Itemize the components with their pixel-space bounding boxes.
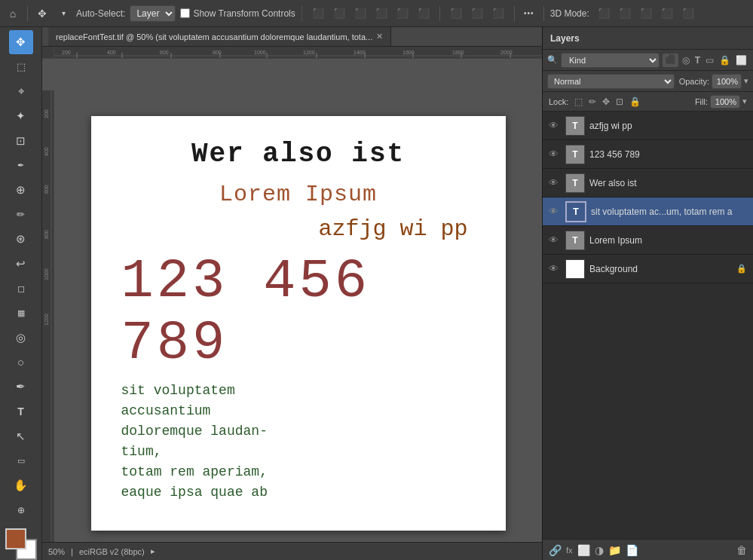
foreground-color-swatch[interactable]: [5, 528, 26, 549]
filter-pixel-icon[interactable]: ⬛: [663, 54, 678, 67]
clone-stamp-tool[interactable]: ⊛: [9, 227, 33, 251]
eraser-tool[interactable]: ◻: [9, 277, 33, 301]
sep4: [514, 6, 515, 21]
layer-kind-dropdown[interactable]: Kind Name Effect Mode Attribute Color: [561, 53, 660, 68]
layer-eye-sit[interactable]: 👁: [549, 206, 561, 217]
text-tool[interactable]: T: [9, 399, 33, 424]
layer-item-azfjg[interactable]: 👁 T azfjg wi pp: [543, 112, 753, 140]
layer-name-azfjg: azfjg wi pp: [589, 121, 747, 131]
3d-btn3[interactable]: ⬛: [636, 6, 656, 20]
color-profile: eciRGB v2 (8bpc): [79, 547, 145, 556]
lock-image-icon[interactable]: ✏: [589, 96, 596, 107]
lock-label: Lock:: [549, 97, 568, 106]
move-tool-icon[interactable]: ✥: [34, 5, 51, 22]
eyedropper-tool[interactable]: ✒: [9, 153, 33, 177]
adjustment-layer-btn[interactable]: ◑: [595, 544, 604, 556]
lock-all-icon[interactable]: 🔒: [629, 96, 641, 107]
filter-toggle[interactable]: ⬜: [734, 54, 748, 67]
layers-title-text: Layers: [550, 33, 580, 44]
magic-wand-tool[interactable]: ✦: [9, 104, 33, 128]
crop-tool[interactable]: ⊡: [9, 129, 33, 153]
layer-thumb-background: [565, 259, 585, 279]
align-bottom[interactable]: ⬛: [414, 6, 433, 20]
doc-tab-close[interactable]: ✕: [376, 32, 383, 41]
align-top[interactable]: ⬛: [372, 6, 391, 20]
history-brush-tool[interactable]: ↩: [9, 252, 33, 276]
layer-item-123[interactable]: 👁 T 123 456 789: [543, 140, 753, 169]
filter-smart-icon[interactable]: 🔒: [718, 54, 732, 67]
doc-tab-bar: replaceFontTest.tif @ 50% (sit voluptate…: [42, 27, 542, 47]
doc-tab-title: replaceFontTest.tif @ 50% (sit voluptate…: [56, 32, 372, 41]
blur-tool[interactable]: ◎: [9, 326, 33, 350]
layer-eye-wer[interactable]: 👁: [549, 177, 561, 188]
delete-layer-btn[interactable]: 🗑: [736, 544, 747, 556]
layer-item-wer[interactable]: 👁 T Wer also ist: [543, 169, 753, 197]
layer-eye-123[interactable]: 👁: [549, 148, 561, 160]
filter-shape-icon[interactable]: ▭: [704, 54, 715, 67]
show-transform-group: Show Transform Controls: [180, 8, 295, 19]
canvas-with-vruler: 200 400 600 800 1000 1200 Wer also ist L…: [42, 78, 542, 542]
fill-input[interactable]: [710, 95, 740, 109]
fx-btn[interactable]: fx: [566, 546, 573, 555]
svg-text:200: 200: [44, 109, 49, 118]
group-btn[interactable]: 📁: [608, 544, 621, 556]
main-layout: ✥ ⬚ ⌖ ✦ ⊡ ✒ ⊕ ✏ ⊛ ↩ ◻ ▦ ◎ ○ ✒ T ↖ ▭ ✋ ⊕ …: [0, 27, 753, 560]
show-transform-checkbox[interactable]: [180, 8, 190, 18]
canvas-area: replaceFontTest.tif @ 50% (sit voluptate…: [42, 27, 542, 560]
layer-name-lorem: Lorem Ipsum: [589, 235, 747, 246]
filter-adj-icon[interactable]: ◎: [681, 54, 691, 67]
align-middle[interactable]: ⬛: [393, 6, 412, 20]
profile-arrow[interactable]: ▸: [151, 546, 155, 556]
more-options-icon[interactable]: •••: [521, 5, 537, 22]
opacity-arrow[interactable]: ▾: [744, 76, 748, 86]
dodge-tool[interactable]: ○: [9, 350, 33, 375]
select-rect-tool[interactable]: ⬚: [9, 55, 33, 79]
zoom-tool[interactable]: ⊕: [9, 498, 33, 522]
svg-text:1800: 1800: [452, 50, 464, 55]
layer-eye-lorem[interactable]: 👁: [549, 234, 561, 246]
pen-tool[interactable]: ✒: [9, 375, 33, 399]
dist-h[interactable]: ⬛: [446, 6, 466, 20]
3d-btn2[interactable]: ⬛: [615, 6, 635, 20]
search-icon: 🔍: [547, 55, 558, 65]
shape-tool[interactable]: ▭: [9, 448, 33, 473]
home-icon[interactable]: ⌂: [5, 5, 21, 22]
gradient-tool[interactable]: ▦: [9, 301, 33, 325]
new-layer-btn[interactable]: 📄: [626, 544, 638, 556]
3d-btn5[interactable]: ⬛: [678, 6, 698, 20]
layer-eye-azfjg[interactable]: 👁: [549, 120, 561, 131]
document-tab[interactable]: replaceFontTest.tif @ 50% (sit voluptate…: [48, 27, 391, 46]
lasso-tool[interactable]: ⌖: [9, 79, 33, 103]
canvas-scroll[interactable]: Wer also ist Lorem Ipsum azfjg wi pp 123…: [54, 78, 542, 542]
brush-tool[interactable]: ✏: [9, 203, 33, 227]
lock-artboard-icon[interactable]: ⊡: [616, 96, 623, 107]
layers-list: 👁 T azfjg wi pp 👁 T 123 456 789 👁 T: [543, 112, 753, 539]
layer-item-lorem[interactable]: 👁 T Lorem Ipsum: [543, 226, 753, 255]
move-tool[interactable]: ✥: [9, 30, 33, 54]
fill-arrow[interactable]: ▾: [742, 96, 747, 106]
hand-tool[interactable]: ✋: [9, 473, 33, 497]
path-select-tool[interactable]: ↖: [9, 424, 33, 448]
layer-eye-background[interactable]: 👁: [549, 263, 561, 274]
3d-btn1[interactable]: ⬛: [594, 6, 614, 20]
dist-v[interactable]: ⬛: [467, 6, 487, 20]
text-azfjg-wi-pp: azfjg wi pp: [121, 216, 476, 242]
ruler-h-svg: 200 400 600 800 1000 1200 1400 1600 1800…: [54, 47, 542, 59]
add-mask-btn[interactable]: ⬜: [577, 544, 590, 556]
lock-transparent-icon[interactable]: ⬚: [574, 96, 583, 107]
align-center[interactable]: ⬛: [329, 6, 349, 20]
align-left[interactable]: ⬛: [308, 6, 328, 20]
opacity-input[interactable]: [712, 74, 742, 89]
link-layers-btn[interactable]: 🔗: [549, 544, 562, 556]
spot-heal-tool[interactable]: ⊕: [9, 178, 33, 202]
3d-btn4[interactable]: ⬛: [657, 6, 677, 20]
align-right[interactable]: ⬛: [350, 6, 370, 20]
auto-select-arrow[interactable]: ▾: [55, 5, 72, 22]
layer-dropdown[interactable]: Layer: [130, 5, 176, 22]
lock-position-icon[interactable]: ✥: [602, 96, 610, 107]
layer-item-background[interactable]: 👁 Background 🔒: [543, 255, 753, 283]
filter-text-icon[interactable]: T: [693, 54, 702, 67]
layer-item-sit[interactable]: 👁 T sit voluptatem ac...um, totam rem a: [543, 197, 753, 226]
dist-3[interactable]: ⬛: [488, 6, 508, 20]
blend-mode-dropdown[interactable]: Normal Multiply Screen Overlay: [547, 74, 675, 89]
